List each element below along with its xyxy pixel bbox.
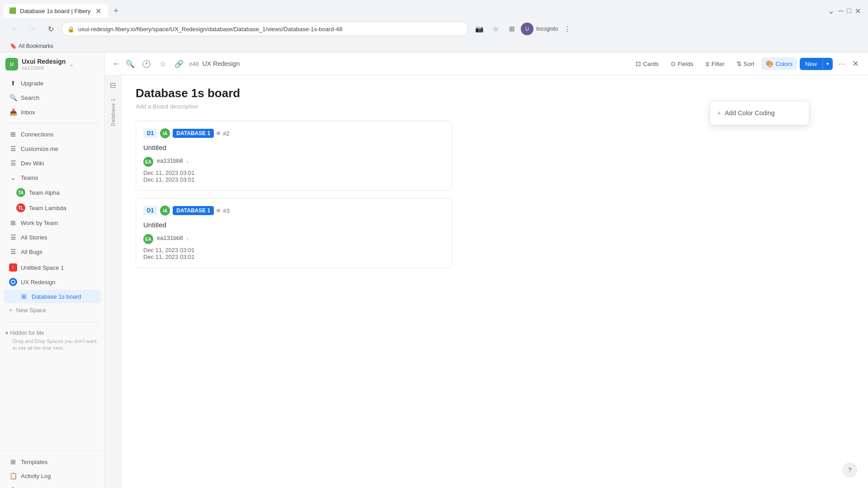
sidebar-item-devwiki[interactable]: ☰ Dev Wiki xyxy=(4,156,101,170)
back-button[interactable]: ← xyxy=(7,22,22,36)
sidebar-item-trash[interactable]: 🗑 Trash xyxy=(4,483,101,488)
card-2-dot xyxy=(217,209,220,212)
sidebar-item-work-by-team[interactable]: ⊞ Work by Team xyxy=(4,216,101,230)
card-1-chevron-icon[interactable]: › xyxy=(187,159,189,165)
card-2-chevron-icon[interactable]: › xyxy=(187,236,189,242)
bookmark-star-icon[interactable]: ☆ xyxy=(488,22,503,36)
all-bugs-label: All Bugs xyxy=(21,249,95,255)
sidebar-item-customize[interactable]: ☰ Customize.me xyxy=(4,142,101,155)
sidebar-item-upgrade[interactable]: ⬆ Upgrade xyxy=(4,76,101,90)
filter-icon: ⧖ xyxy=(705,60,710,68)
breadcrumb[interactable]: UX Redesign xyxy=(203,60,240,67)
minimize-btn[interactable]: ─ xyxy=(838,7,843,15)
team-lambda-label: Team Lambda xyxy=(29,205,95,211)
filter-button[interactable]: ⧖ Filter xyxy=(701,57,729,70)
card-1: D1 IA DATABASE 1 #2 Untitled EA ea131bb8… xyxy=(136,121,452,191)
card-1-tag-db: DATABASE 1 xyxy=(173,129,214,138)
new-button-main[interactable]: New xyxy=(800,58,822,70)
sidebar-item-inbox[interactable]: 📥 Inbox xyxy=(4,105,101,119)
sidebar-item-connections[interactable]: ⊞ Connections xyxy=(4,127,101,141)
card-1-user-avatar: EA xyxy=(143,157,153,167)
browser-close-btn[interactable]: ✕ xyxy=(855,7,861,15)
link-icon[interactable]: 🔗 xyxy=(173,57,185,70)
history-icon[interactable]: 🕐 xyxy=(140,57,153,70)
lock-icon: 🔒 xyxy=(67,26,75,33)
toolbar-left: ← 🔍 🕐 ☆ 🔗 #48 UX Redesign xyxy=(112,57,240,70)
sidebar-item-teams[interactable]: ⌄ Teams xyxy=(4,171,101,184)
card-1-title[interactable]: Untitled xyxy=(143,144,444,151)
teams-expand-icon: ⌄ xyxy=(9,174,17,182)
sidebar-item-database-board[interactable]: ⊞ Database 1s board xyxy=(4,290,101,303)
star-icon[interactable]: ☆ xyxy=(156,57,169,70)
forward-button[interactable]: → xyxy=(25,22,40,36)
untitled-space1-icon: ! xyxy=(9,263,17,272)
sidebar-item-all-stories[interactable]: ☰ All Stories xyxy=(4,230,101,244)
card-2-tag-db: DATABASE 1 xyxy=(173,206,214,215)
sort-icon: ⇅ xyxy=(736,60,742,67)
workspace-chevron-icon[interactable]: ⌄ xyxy=(69,61,74,67)
extension-icon[interactable]: ⊞ xyxy=(505,22,519,36)
work-by-team-icon: ⊞ xyxy=(9,219,17,227)
all-stories-label: All Stories xyxy=(21,234,95,241)
sort-button[interactable]: ⇅ Sort xyxy=(732,57,759,70)
sidebar-item-search[interactable]: 🔍 Search xyxy=(4,91,101,104)
card-2-user-avatar: EA xyxy=(143,234,153,244)
close-button[interactable]: ✕ xyxy=(850,57,861,70)
help-button[interactable]: ? xyxy=(843,463,857,477)
new-button-chevron[interactable]: ▾ xyxy=(822,58,833,70)
sidebar-item-templates[interactable]: ⊞ Templates xyxy=(4,455,101,469)
db-strip: ⊟ Database 1 xyxy=(105,75,121,488)
workspace-name: Uxui Redesign xyxy=(22,58,66,65)
workspace-user: ea131bb8 xyxy=(22,65,66,70)
bookmarks-bar: 🔖 All Bookmarks xyxy=(0,40,868,52)
search-label: Search xyxy=(21,94,95,101)
add-color-plus-icon: + xyxy=(717,109,721,117)
card-2-title[interactable]: Untitled xyxy=(143,221,444,229)
card-1-tags: D1 IA DATABASE 1 #2 xyxy=(143,128,444,138)
maximize-btn[interactable]: □ xyxy=(847,7,851,15)
card-2-user-row: EA ea131bb8 › xyxy=(143,234,444,244)
sidebar-item-team-lambda[interactable]: TL Team Lambda xyxy=(4,201,101,215)
tab-close-btn[interactable]: ✕ xyxy=(94,7,103,15)
sort-label: Sort xyxy=(744,61,755,67)
active-tab[interactable]: 🟩 Database 1s board | Fibery ✕ xyxy=(4,4,108,18)
refresh-button[interactable]: ↻ xyxy=(43,22,58,36)
customize-icon: ☰ xyxy=(9,145,17,153)
database-board-icon: ⊞ xyxy=(20,292,28,300)
db-strip-icon[interactable]: ⊟ xyxy=(110,81,116,89)
all-bookmarks-item[interactable]: 🔖 All Bookmarks xyxy=(7,42,56,50)
url-text: uxui-redesign.fibery.io/fibery/space/UX_… xyxy=(78,26,462,33)
workspace-header[interactable]: U Uxui Redesign ea131bb8 ⌄ xyxy=(0,52,104,74)
db-strip-label: Database 1 xyxy=(110,99,116,126)
new-space-button[interactable]: + New Space xyxy=(4,304,101,316)
profile-avatar[interactable]: U xyxy=(521,23,533,35)
sidebar-item-team-alpha[interactable]: TA Team Alpha xyxy=(4,185,101,200)
sidebar-item-ux-redesign[interactable]: UX Redesign xyxy=(4,275,101,289)
connections-icon: ⊞ xyxy=(9,130,17,138)
fields-button[interactable]: ⊙ Fields xyxy=(666,57,698,70)
sidebar-item-activity-log[interactable]: 📋 Activity Log xyxy=(4,469,101,483)
browser-toolbar: ← → ↻ 🔒 uxui-redesign.fibery.io/fibery/s… xyxy=(0,18,868,40)
back-nav-button[interactable]: ← xyxy=(112,59,120,69)
more-options-button[interactable]: ··· xyxy=(835,57,848,70)
new-tab-button[interactable]: + xyxy=(110,5,123,17)
more-options-icon[interactable]: ⋮ xyxy=(560,22,575,36)
address-bar[interactable]: 🔒 uxui-redesign.fibery.io/fibery/space/U… xyxy=(61,22,468,36)
sidebar-item-untitled-space1[interactable]: ! Untitled Space 1 xyxy=(4,261,101,274)
add-color-coding-item[interactable]: + Add Color Coding xyxy=(717,107,802,119)
all-bookmarks-label: All Bookmarks xyxy=(19,43,53,49)
colors-button[interactable]: 🎨 Colors xyxy=(761,57,797,70)
card-1-num: #2 xyxy=(223,130,229,137)
database-board-label: Database 1s board xyxy=(32,293,95,300)
search-toolbar-icon[interactable]: 🔍 xyxy=(124,57,137,70)
card-1-date2: Dec 11, 2023 03:01 xyxy=(143,176,444,183)
connections-label: Connections xyxy=(21,131,95,138)
tab-list-btn[interactable]: ⌄ xyxy=(828,6,835,16)
cards-button[interactable]: ⊡ Cards xyxy=(631,57,663,70)
new-button-group: New ▾ xyxy=(800,58,833,70)
card-1-tag-d1: D1 xyxy=(143,129,157,138)
card-2-tag-ia: IA xyxy=(160,206,170,216)
camera-icon[interactable]: 📷 xyxy=(472,22,486,36)
fields-label: Fields xyxy=(678,61,693,67)
sidebar-item-all-bugs[interactable]: ☰ All Bugs xyxy=(4,245,101,258)
